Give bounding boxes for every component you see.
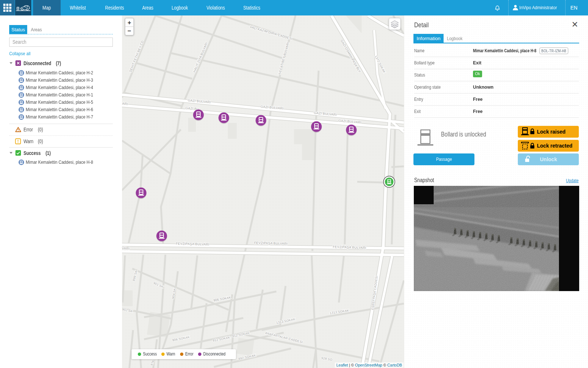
- svg-text:ARI: ARI: [122, 102, 128, 106]
- svg-text:VARI: VARI: [122, 247, 130, 251]
